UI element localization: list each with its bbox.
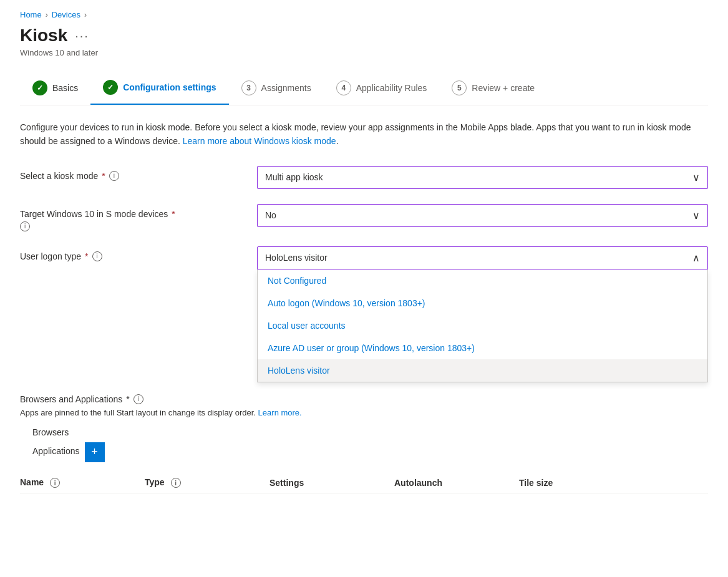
- step-assignments-label: Assignments: [261, 83, 311, 93]
- browsers-apps-section: Browsers and Applications * i Apps are p…: [20, 394, 708, 494]
- kiosk-mode-value: Multi app kiosk: [265, 172, 323, 182]
- ba-required: *: [126, 394, 129, 404]
- add-application-button[interactable]: +: [85, 442, 105, 462]
- target-windows-required: *: [172, 209, 175, 219]
- step-basics[interactable]: ✓ Basics: [20, 73, 90, 104]
- user-logon-dropdown-list: Not Configured Auto logon (Windows 10, v…: [257, 269, 708, 382]
- step-review[interactable]: 5 Review + create: [439, 73, 547, 104]
- ellipsis-menu-button[interactable]: ···: [75, 29, 89, 43]
- user-logon-info-icon[interactable]: i: [92, 251, 102, 261]
- ba-label: Browsers and Applications * i: [20, 394, 708, 404]
- step-applicability-label: Applicability Rules: [356, 83, 427, 93]
- kiosk-mode-label-text: Select a kiosk mode: [20, 171, 98, 181]
- ba-label-row: Browsers and Applications * i Apps are p…: [20, 394, 708, 417]
- table-col-tilesize: Tile size: [519, 478, 644, 488]
- step-applicability-icon: 4: [336, 80, 351, 95]
- step-assignments[interactable]: 3 Assignments: [229, 73, 324, 104]
- user-logon-option-auto-logon[interactable]: Auto logon (Windows 10, version 1803+): [258, 292, 707, 314]
- col-type-label: Type: [145, 477, 165, 487]
- kiosk-mode-chevron-down-icon: ∨: [692, 172, 700, 183]
- col-tilesize-label: Tile size: [519, 478, 553, 488]
- learn-more-link[interactable]: Learn more about Windows kiosk mode: [183, 136, 336, 146]
- table-col-type: Type i: [145, 477, 269, 488]
- step-configuration-label: Configuration settings: [123, 82, 216, 92]
- target-windows-field-row: Target Windows 10 in S mode devices * i …: [20, 204, 708, 231]
- ba-info-icon[interactable]: i: [133, 394, 143, 404]
- ba-learn-more-link[interactable]: Learn more.: [258, 408, 302, 417]
- kiosk-mode-control: Multi app kiosk ∨: [257, 166, 708, 189]
- page-header: Kiosk ···: [20, 26, 708, 46]
- step-applicability[interactable]: 4 Applicability Rules: [324, 73, 440, 104]
- content-description: Configure your devices to run in kiosk m…: [20, 120, 694, 148]
- breadcrumb-sep1: ›: [46, 11, 48, 19]
- user-logon-label-text: User logon type: [20, 251, 81, 261]
- breadcrumb: Home › Devices ›: [20, 10, 708, 19]
- applications-subsection: Applications +: [20, 442, 708, 462]
- kiosk-mode-info-icon[interactable]: i: [109, 171, 119, 181]
- col-autolaunch-label: Autolaunch: [394, 478, 442, 488]
- step-basics-icon: ✓: [32, 80, 47, 95]
- col-name-label: Name: [20, 477, 44, 487]
- wizard-steps: ✓ Basics ✓ Configuration settings 3 Assi…: [20, 72, 708, 105]
- ba-description-text1: Apps are pinned to the full Start layout…: [20, 408, 166, 417]
- table-col-autolaunch: Autolaunch: [394, 478, 519, 488]
- user-logon-value: HoloLens visitor: [265, 253, 328, 263]
- target-windows-label-area: Target Windows 10 in S mode devices * i: [20, 204, 257, 231]
- ba-description-text3: change its display order.: [168, 408, 256, 417]
- user-logon-control: HoloLens visitor ∧ Not Configured Auto l…: [257, 246, 708, 269]
- breadcrumb-devices[interactable]: Devices: [52, 10, 80, 19]
- target-windows-dropdown[interactable]: No ∨: [257, 204, 708, 227]
- user-logon-chevron-up-icon: ∧: [692, 252, 700, 264]
- target-windows-control: No ∨: [257, 204, 708, 227]
- browsers-label: Browsers: [32, 427, 708, 437]
- user-logon-option-azure-ad[interactable]: Azure AD user or group (Windows 10, vers…: [258, 337, 707, 359]
- step-configuration[interactable]: ✓ Configuration settings: [90, 72, 228, 105]
- user-logon-open-field: HoloLens visitor ∧ Not Configured Auto l…: [257, 246, 708, 269]
- ba-label-text: Browsers and Applications: [20, 394, 122, 404]
- browsers-subsection: Browsers: [20, 427, 708, 437]
- target-windows-info-icon[interactable]: i: [20, 221, 30, 231]
- user-logon-field-row: User logon type * i HoloLens visitor ∧ N…: [20, 246, 708, 269]
- kiosk-mode-label: Select a kiosk mode * i: [20, 171, 257, 181]
- col-name-info-icon[interactable]: i: [50, 478, 60, 488]
- target-windows-sub-info: i: [20, 221, 257, 231]
- step-basics-label: Basics: [52, 83, 78, 93]
- col-settings-label: Settings: [269, 478, 304, 488]
- user-logon-label-area: User logon type * i: [20, 246, 257, 261]
- applications-label: Applications: [32, 446, 80, 456]
- target-windows-label: Target Windows 10 in S mode devices *: [20, 209, 257, 219]
- step-configuration-icon: ✓: [103, 80, 118, 95]
- table-section: Name i Type i Settings Autolaunch Tile s…: [20, 472, 708, 494]
- user-logon-label: User logon type * i: [20, 251, 257, 261]
- kiosk-mode-field-row: Select a kiosk mode * i Multi app kiosk …: [20, 166, 708, 189]
- target-windows-label-text: Target Windows 10 in S mode devices: [20, 209, 168, 219]
- user-logon-required: *: [85, 251, 88, 261]
- page-subtitle: Windows 10 and later: [20, 48, 708, 57]
- user-logon-option-local-user[interactable]: Local user accounts: [258, 314, 707, 337]
- table-header-row: Name i Type i Settings Autolaunch Tile s…: [20, 472, 708, 494]
- table-col-name: Name i: [20, 477, 145, 488]
- page-title: Kiosk: [20, 26, 67, 46]
- step-assignments-icon: 3: [241, 80, 256, 95]
- step-review-label: Review + create: [472, 83, 535, 93]
- step-review-icon: 5: [452, 80, 467, 95]
- target-windows-value: No: [265, 210, 276, 220]
- kiosk-mode-label-area: Select a kiosk mode * i: [20, 166, 257, 181]
- kiosk-mode-required: *: [102, 171, 105, 181]
- table-col-settings: Settings: [269, 478, 394, 488]
- description-text1: Configure your devices to run in kiosk m…: [20, 122, 691, 146]
- kiosk-mode-dropdown[interactable]: Multi app kiosk ∨: [257, 166, 708, 189]
- ba-description: Apps are pinned to the full Start layout…: [20, 408, 708, 417]
- target-windows-chevron-down-icon: ∨: [692, 210, 700, 221]
- breadcrumb-home[interactable]: Home: [20, 10, 42, 19]
- col-type-info-icon[interactable]: i: [171, 478, 181, 488]
- user-logon-option-not-configured[interactable]: Not Configured: [258, 269, 707, 292]
- user-logon-dropdown-trigger[interactable]: HoloLens visitor ∧: [257, 246, 708, 269]
- breadcrumb-sep2: ›: [84, 11, 87, 19]
- user-logon-option-hololens[interactable]: HoloLens visitor: [258, 359, 707, 382]
- main-page: Home › Devices › Kiosk ··· Windows 10 an…: [0, 0, 728, 577]
